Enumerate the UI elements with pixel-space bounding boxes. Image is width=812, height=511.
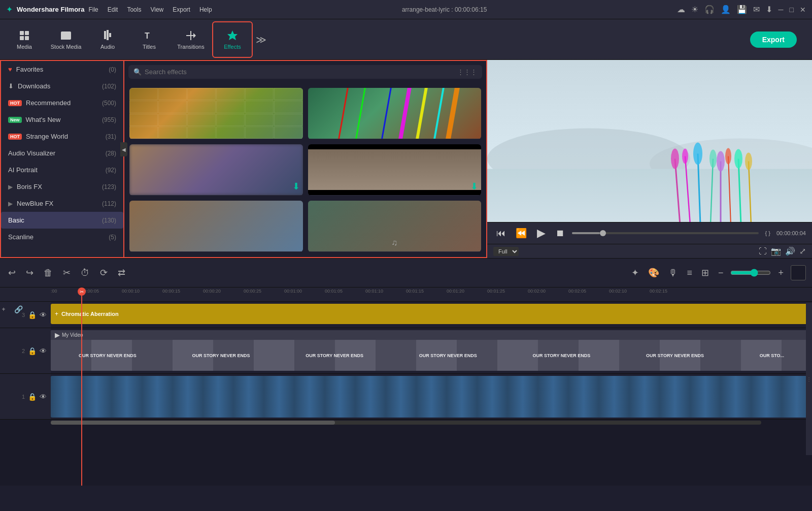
minimize-button[interactable]: ─ [779,6,784,14]
media-tool-btn[interactable]: Media [4,21,45,58]
preview-bottom-bar: Full 1/2 1/4 ⛶ 📷 🔊 ⤢ [487,244,812,258]
fx-btn[interactable]: ✦ [629,265,641,280]
chromatic-aberration-clip[interactable]: + Chromatic Aberration [51,304,812,324]
sidebar-item-whats-new[interactable]: New What's New (955) [1,111,123,128]
sidebar-item-basic[interactable]: Basic (130) [1,212,123,229]
menu-view[interactable]: View [150,6,163,13]
effect-card-6[interactable]: ♫ [308,201,482,252]
app-logo-icon: ✦ [6,5,13,14]
color-btn[interactable]: 🎨 [646,265,661,280]
effects-tool-btn[interactable]: Effects [212,21,253,58]
undo-btn[interactable]: ↩ [6,265,18,280]
fullscreen-btn[interactable]: ⤢ [799,246,806,256]
lock-icon-2[interactable]: 🔒 [28,347,37,355]
tick-3: 00:00:15 [162,289,180,294]
download-icon[interactable]: ⬇ [766,5,772,14]
effect-card-cinema[interactable]: ⬇ Cinema 21:9 [308,144,482,196]
fit-screen-btn[interactable]: ⛶ [759,247,767,256]
grid-view-icon[interactable]: ⋮⋮⋮ [457,68,477,76]
lock-icon-3[interactable]: 🔒 [28,311,37,319]
headphone-icon[interactable]: 🎧 [704,5,715,14]
transitions-tool-btn[interactable]: Transitions [171,21,211,58]
notification-icon[interactable]: ✉ [753,5,760,14]
sidebar-item-downloads[interactable]: ⬇ Downloads (102) [1,78,123,94]
add-track-btn[interactable]: + [0,302,7,317]
sidebar-item-ai-portrait[interactable]: AI Portrait (92) [1,162,123,178]
sidebar-item-newblue-fx[interactable]: ▶ NewBlue FX (112) [1,195,123,212]
collapse-icon: ◀ [122,147,124,152]
search-input[interactable] [145,68,454,76]
effect-card-chromatic[interactable]: Chromatic Aberration [308,88,482,139]
redo-btn[interactable]: ↪ [24,265,36,280]
sidebar-item-audio-visualizer[interactable]: Audio Visualizer (28) [1,145,123,162]
titles-tool-btn[interactable]: T Titles [129,21,170,58]
eye-icon-3[interactable]: 👁 [40,311,47,319]
effect-card-basic-blur[interactable]: ⬇ Basic Blur [129,144,303,196]
scissors-btn[interactable]: ✂ [61,265,73,280]
sidebar-item-scanline[interactable]: Scanline (5) [1,229,123,245]
link-btn[interactable]: 🔗 [14,302,22,317]
play-icon-clip: ▶ [55,331,60,339]
cloud-icon[interactable]: ☁ [677,5,685,14]
ripple-btn[interactable]: ⇄ [116,265,127,280]
lock-icon-1[interactable]: 🔒 [28,393,37,401]
effect-card-5[interactable] [129,201,303,252]
more-tools-btn[interactable]: ≫ [256,34,266,46]
sun-icon[interactable]: ☀ [691,5,698,14]
zoom-out-btn[interactable]: − [716,266,726,280]
media-icon [18,29,30,42]
menu-file[interactable]: File [88,6,98,13]
audio-tool-btn[interactable]: Audio [87,21,128,58]
step-back-btn[interactable]: ⏪ [513,227,530,240]
zoom-in-btn[interactable]: + [776,266,786,280]
effect-thumb-chromatic [308,88,482,139]
content-area: ♥ Favorites (0) ⬇ Downloads (102) HOT Re… [0,60,812,258]
edit-right-tools: ✦ 🎨 🎙 ≡ ⊞ − + [629,265,806,280]
menu-tools[interactable]: Tools [127,6,141,13]
scrollbar-thumb[interactable] [51,421,335,425]
auto-beat-btn[interactable]: ⟳ [98,265,110,280]
close-button[interactable]: ✕ [800,6,806,14]
eye-icon-2[interactable]: 👁 [40,347,47,355]
sidebar-item-boris-fx[interactable]: ▶ Boris FX (123) [1,178,123,195]
sidebar-item-strange-world[interactable]: HOT Strange World (31) [1,128,123,145]
play-btn[interactable]: ▶ [534,226,549,241]
volume-btn[interactable]: 🔊 [785,246,795,256]
stop-btn[interactable]: ⏹ [553,227,568,240]
app-name: Wondershare Filmora [17,6,84,13]
export-button[interactable]: Export [750,31,797,48]
playhead-line[interactable] [81,288,82,486]
crop-btn[interactable]: ⊞ [699,265,711,280]
user-icon[interactable]: 👤 [721,5,731,14]
menu-export[interactable]: Export [173,6,190,13]
delete-btn[interactable]: 🗑 [42,266,55,280]
skip-back-btn[interactable]: ⏮ [493,227,509,240]
menu-help[interactable]: Help [199,6,212,13]
video-clip[interactable]: ▶ My Video OUR STORY NEVER ENDS OUR STOR… [51,330,812,371]
sidebar-item-favorites[interactable]: ♥ Favorites (0) [1,61,123,78]
sidebar-item-recommended[interactable]: HOT Recommended (500) [1,94,123,111]
quality-select[interactable]: Full 1/2 1/4 [493,247,519,256]
zoom-slider[interactable] [730,269,771,277]
save-icon[interactable]: 💾 [737,5,747,14]
progress-thumb[interactable] [600,230,606,236]
screenshot-btn[interactable]: 📷 [771,246,781,256]
project-title: arrange-beat-lyric : 00:00:06:15 [402,6,487,13]
effect-card-mosaic[interactable]: Mosaic [129,88,303,139]
progress-bar[interactable] [572,232,759,234]
eye-icon-1[interactable]: 👁 [40,393,47,401]
svg-point-25 [717,151,725,172]
speed-ramp-btn[interactable]: ≡ [685,266,694,280]
timeline-right-handle[interactable]: ⋮ [806,303,812,455]
menu-edit[interactable]: Edit [108,6,118,13]
effect-name-cinema: Cinema 21:9 [308,195,482,196]
stock-media-tool-btn[interactable]: Stock Media [46,21,86,58]
maximize-button[interactable]: □ [790,6,794,14]
audio-btn[interactable]: 🎙 [666,266,680,280]
audio-clip[interactable] [51,376,812,418]
handle-icon: ⋮ [806,376,811,382]
main-toolbar: Media Stock Media Audio T Titles Transit… [0,19,812,60]
sidebar-collapse-btn[interactable]: ◀ [120,142,124,156]
tick-4: 00:00:20 [203,289,221,294]
speed-btn[interactable]: ⏱ [79,266,92,280]
